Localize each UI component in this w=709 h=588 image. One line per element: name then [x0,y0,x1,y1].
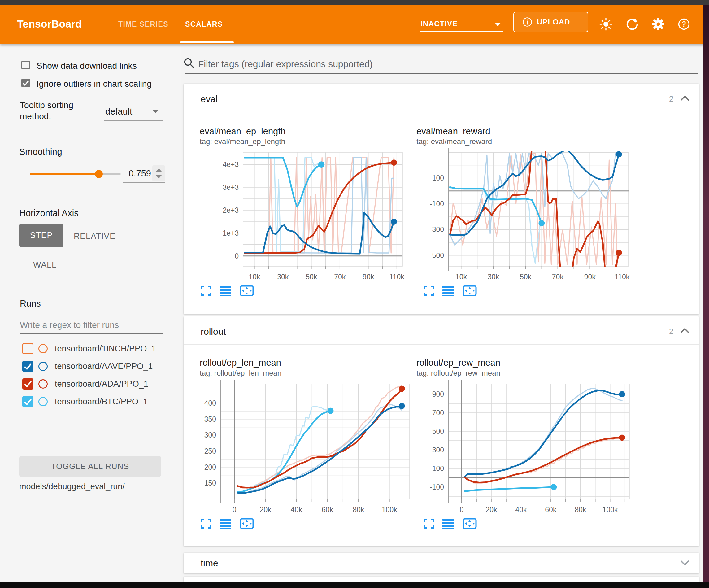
run-label: tensorboard/BTC/PPO_1 [55,397,148,407]
tab-scalars[interactable]: SCALARS [185,20,223,28]
svg-text:300: 300 [432,446,444,454]
svg-text:2e+3: 2e+3 [222,206,239,214]
tab-time-series[interactable]: TIME SERIES [118,20,168,28]
expand-chart-icon[interactable] [201,285,211,296]
app-title: TensorBoard [17,18,82,30]
section-title-time[interactable]: time [201,558,218,568]
stepper-down-icon[interactable] [156,175,162,178]
run-row-aave[interactable]: tensorboard/AAVE/PPO_1 [0,358,181,375]
axis-relative-button[interactable]: RELATIVE [74,232,115,241]
svg-text:30k: 30k [277,273,289,281]
run-checkbox[interactable] [22,396,33,407]
expand-section-icon[interactable] [680,560,690,566]
status-dropdown-underline [420,31,503,32]
divider [0,289,181,290]
desktop-edge-strip [703,5,709,582]
collapse-section-icon[interactable] [680,95,690,102]
svg-text:400: 400 [204,399,216,407]
settings-gear-icon[interactable] [651,17,665,31]
runs-base-path: models/debugged_eval_run/ [19,482,125,491]
section-title-rollout[interactable]: rollout [201,326,226,337]
fit-to-view-icon[interactable] [463,285,477,296]
run-row-1inch[interactable]: tensorboard/1INCH/PPO_1 [0,340,181,357]
refresh-icon[interactable] [625,17,639,31]
fit-to-view-icon[interactable] [240,518,254,529]
smoothing-slider-handle[interactable] [95,170,103,178]
svg-text:-100: -100 [430,200,444,208]
runs-list-icon[interactable] [442,518,454,529]
toggle-all-runs-button[interactable]: TOGGLE ALL RUNS [19,456,161,477]
collapse-section-icon[interactable] [680,327,690,334]
expand-chart-icon[interactable] [201,518,211,529]
runs-filter-underline [20,333,163,334]
runs-label: Runs [20,299,41,309]
run-color-marker [38,397,48,406]
axis-step-button[interactable]: STEP [19,224,63,247]
svg-text:300: 300 [204,431,216,439]
chart-tag: tag: rollout/ep_rew_mean [416,369,500,378]
horizontal-axis-label: Horizontal Axis [19,208,79,218]
tooltip-sorting-dropdown[interactable]: default [105,106,132,117]
svg-text:60k: 60k [322,506,334,514]
svg-text:100k: 100k [603,506,618,514]
upload-button[interactable]: UPLOAD [513,12,588,32]
smoothing-stepper[interactable] [152,165,165,181]
axis-wall-button[interactable]: WALL [33,260,57,270]
active-tab-indicator [180,42,234,43]
chart-toolbar [201,518,254,529]
chevron-down-icon[interactable] [152,110,159,113]
run-checkbox[interactable] [22,378,33,389]
svg-text:110k: 110k [390,273,405,281]
svg-text:50k: 50k [520,273,532,281]
svg-text:350: 350 [204,415,216,423]
svg-text:110k: 110k [614,273,630,281]
help-icon[interactable]: ? [677,17,691,31]
chart-plot-rollout-ep-len-mean[interactable]: 020k40k60k80k100k150200250300350400 [183,376,425,522]
divider [0,198,181,198]
show-download-links-label: Show data download links [36,61,137,71]
chart-toolbar [423,285,477,296]
brightness-icon[interactable] [599,17,613,31]
chart-plot-rollout-ep-rew-mean[interactable]: 020k40k60k80k100k-100100300500700900 [411,376,645,522]
expand-chart-icon[interactable] [423,285,434,296]
search-icon [183,57,196,70]
runs-list-icon[interactable] [219,285,232,296]
smoothing-value-input[interactable] [123,165,151,181]
svg-text:-100: -100 [430,483,444,491]
run-checkbox[interactable] [22,343,33,354]
svg-text:100: 100 [432,464,444,472]
chart-tag: tag: eval/mean_ep_length [200,137,285,146]
runs-list-icon[interactable] [219,518,232,529]
expand-chart-icon[interactable] [423,518,434,529]
stepper-up-icon[interactable] [156,169,162,172]
runs-list-icon[interactable] [442,285,454,296]
svg-text:150: 150 [204,479,216,487]
chevron-down-icon[interactable] [495,23,501,26]
fit-to-view-icon[interactable] [240,285,254,296]
fit-to-view-icon[interactable] [463,518,477,529]
filter-tags-underline [185,73,698,74]
run-label: tensorboard/AAVE/PPO_1 [55,362,153,371]
section-count: 2 [669,327,674,336]
ignore-outliers-checkbox[interactable] [21,79,30,87]
svg-text:0: 0 [233,506,237,514]
status-dropdown[interactable]: INACTIVE [420,20,457,28]
chart-plot-eval-mean-ep-length[interactable]: 10k30k50k70k90k110k01e+32e+33e+34e+3 [206,145,418,289]
runs-filter-input[interactable] [20,318,162,332]
svg-text:10k: 10k [248,273,260,281]
section-title-eval[interactable]: eval [201,94,218,104]
chart-plot-eval-mean-reward[interactable]: 10k30k50k70k90k110k100-100-300-500 [411,145,644,289]
svg-text:80k: 80k [352,506,364,514]
svg-text:70k: 70k [334,273,346,281]
show-download-links-checkbox[interactable] [21,61,30,69]
run-row-btc[interactable]: tensorboard/BTC/PPO_1 [0,393,181,410]
run-checkbox[interactable] [22,361,33,372]
svg-text:20k: 20k [486,506,498,514]
svg-text:-300: -300 [430,225,444,233]
svg-text:70k: 70k [552,273,564,281]
run-row-ada[interactable]: tensorboard/ADA/PPO_1 [0,375,181,393]
filter-tags-input[interactable] [198,56,681,72]
svg-text:700: 700 [432,409,444,417]
svg-text:90k: 90k [584,273,596,281]
smoothing-slider[interactable] [30,173,121,175]
